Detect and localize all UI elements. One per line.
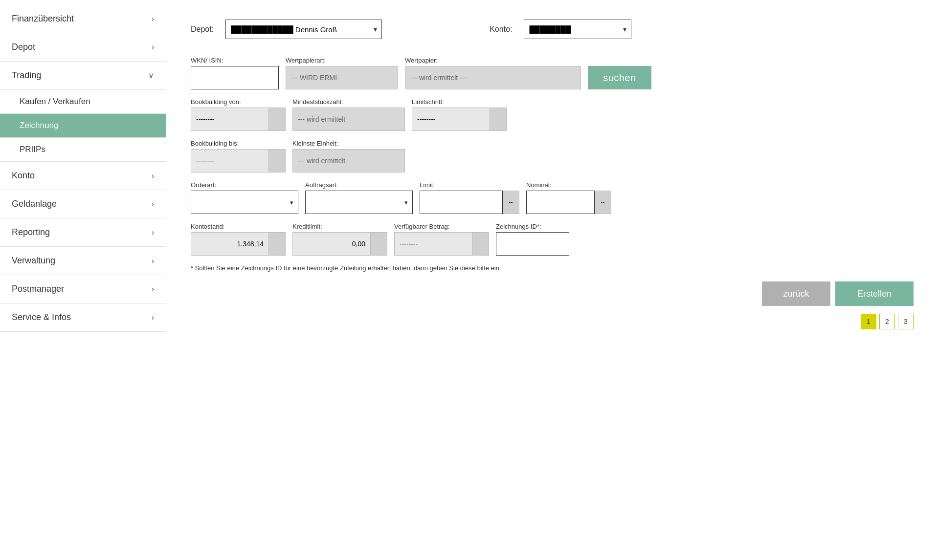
kontostand-group: Kontostand: (191, 223, 286, 256)
verfuegbar-btn[interactable] (472, 232, 489, 256)
konto-select[interactable]: ████████ (524, 20, 631, 39)
orderart-select[interactable] (191, 191, 298, 214)
auftragsart-select-wrapper (305, 191, 413, 214)
limitschritt-input[interactable] (412, 108, 490, 131)
sidebar-item-reporting[interactable]: Reporting › (0, 218, 166, 247)
sidebar-item-depot[interactable]: Depot › (0, 33, 166, 62)
sidebar-item-label: Konto (12, 171, 35, 181)
limit-btn[interactable]: -- (503, 191, 519, 214)
bookbuilding-bis-field (191, 149, 286, 172)
footer-note: * Sollten Sie eine Zeichnungs ID für ein… (191, 264, 914, 272)
sidebar-item-konto[interactable]: Konto › (0, 162, 166, 190)
kreditlimit-input (292, 232, 371, 256)
kreditlimit-label: Kreditlimit: (292, 223, 387, 230)
pagination: 1 2 3 (191, 314, 914, 329)
wertpapierart-group: Wertpapierart: (286, 57, 398, 89)
nominal-field: -- (526, 191, 611, 214)
chevron-right-icon: › (152, 200, 154, 209)
depot-select-wrapper: ████████████ Dennis Groß (225, 20, 382, 39)
depot-label: Depot: (191, 25, 214, 34)
depot-group: Depot: ████████████ Dennis Groß (191, 20, 382, 39)
nominal-btn[interactable]: -- (595, 191, 611, 214)
bookbuilding-von-input[interactable] (191, 108, 269, 131)
sidebar-item-label: Postmanager (12, 284, 64, 294)
sidebar-item-priips[interactable]: PRIIPs (0, 138, 166, 162)
zeichnungsid-label: Zeichnungs ID*: (496, 223, 569, 230)
chevron-right-icon: › (152, 172, 154, 180)
row-orderart: Orderart: Auftragsart: (191, 181, 914, 214)
kontostand-label: Kontostand: (191, 223, 286, 230)
konto-group: Konto: ████████ (490, 20, 631, 39)
sidebar-item-zeichnung[interactable]: Zeichnung (0, 114, 166, 138)
sidebar-item-service-infos[interactable]: Service & Infos › (0, 303, 166, 332)
sidebar-item-label: Reporting (12, 227, 50, 237)
sidebar-item-postmanager[interactable]: Postmanager › (0, 275, 166, 303)
wertpapier-input (405, 66, 581, 89)
bookbuilding-bis-btn[interactable] (269, 149, 286, 172)
zeichnung-form: WKN/ ISIN: Wertpapierart: Wertpapier: su… (191, 57, 914, 329)
sidebar-item-verwaltung[interactable]: Verwaltung › (0, 247, 166, 275)
auftragsart-label: Auftragsart: (305, 181, 413, 189)
orderart-group: Orderart: (191, 181, 298, 214)
sidebar-item-label: Service & Infos (12, 312, 71, 323)
limitschritt-btn[interactable] (490, 108, 507, 131)
sidebar-item-label: Trading (12, 70, 41, 81)
page-3-button[interactable]: 3 (898, 314, 914, 329)
sidebar-item-geldanlage[interactable]: Geldanlage › (0, 190, 166, 218)
verfuegbar-field (394, 232, 489, 256)
page-2-button[interactable]: 2 (879, 314, 895, 329)
wertpapierart-label: Wertpapierart: (286, 57, 398, 64)
sidebar-item-label: Geldanlage (12, 199, 57, 209)
nominal-label: Nominal: (526, 181, 611, 189)
kleinste-einheit-group: Kleinste Einheit: (292, 140, 405, 172)
bookbuilding-von-btn[interactable] (269, 108, 286, 131)
auftragsart-select[interactable] (305, 191, 413, 214)
limitschritt-label: Limitschritt: (412, 98, 507, 106)
nominal-group: Nominal: -- (526, 181, 611, 214)
sidebar-item-kaufen-verkaufen[interactable]: Kaufen / Verkaufen (0, 90, 166, 114)
chevron-right-icon: › (152, 313, 154, 322)
sidebar-item-trading[interactable]: Trading ∨ (0, 62, 166, 90)
kleinste-einheit-input (292, 149, 405, 172)
zurueck-button[interactable]: zurück (762, 281, 830, 306)
suchen-button[interactable]: suchen (588, 66, 651, 89)
wkn-input[interactable] (191, 66, 279, 89)
kontostand-btn[interactable] (269, 232, 286, 256)
chevron-right-icon: › (152, 285, 154, 294)
chevron-right-icon: › (152, 257, 154, 265)
row-kontostand: Kontostand: Kreditlimit: Verfügbarer Bet… (191, 223, 914, 256)
kontostand-input (191, 232, 269, 256)
page-1-button[interactable]: 1 (861, 314, 876, 329)
limit-field: -- (420, 191, 519, 214)
sidebar-item-label: Finanzübersicht (12, 14, 74, 24)
kreditlimit-btn[interactable] (371, 232, 387, 256)
kreditlimit-group: Kreditlimit: (292, 223, 387, 256)
mindeststueckzahl-group: Mindeststückzahl: (292, 98, 405, 131)
bookbuilding-bis-input[interactable] (191, 149, 269, 172)
zeichnungsid-input[interactable] (496, 232, 569, 256)
kreditlimit-field (292, 232, 387, 256)
mindeststueckzahl-label: Mindeststückzahl: (292, 98, 405, 106)
erstellen-button[interactable]: Erstellen (835, 281, 914, 306)
kleinste-einheit-label: Kleinste Einheit: (292, 140, 405, 147)
wertpapier-label: Wertpapier: (405, 57, 581, 64)
auftragsart-group: Auftragsart: (305, 181, 413, 214)
depot-konto-section: Depot: ████████████ Dennis Groß Konto: █… (191, 20, 914, 39)
konto-select-wrapper: ████████ (524, 20, 631, 39)
limitschritt-field (412, 108, 507, 131)
verfuegbar-input (394, 232, 472, 256)
limit-input[interactable] (420, 191, 503, 214)
kontostand-field (191, 232, 286, 256)
bookbuilding-von-label: Bookbuilding von: (191, 98, 286, 106)
nominal-input[interactable] (526, 191, 595, 214)
sidebar-item-label: PRIIPs (20, 145, 45, 154)
verfuegbar-label: Verfügbarer Betrag: (394, 223, 489, 230)
wkn-label: WKN/ ISIN: (191, 57, 279, 64)
row-bookbuilding-von: Bookbuilding von: Mindeststückzahl: Limi… (191, 98, 914, 131)
depot-select[interactable]: ████████████ Dennis Groß (225, 20, 382, 39)
wkn-group: WKN/ ISIN: (191, 57, 279, 89)
action-buttons: zurück Erstellen (191, 281, 914, 306)
bookbuilding-bis-group: Bookbuilding bis: (191, 140, 286, 172)
chevron-right-icon: › (152, 228, 154, 237)
sidebar-item-finanzuebersicht[interactable]: Finanzübersicht › (0, 5, 166, 33)
